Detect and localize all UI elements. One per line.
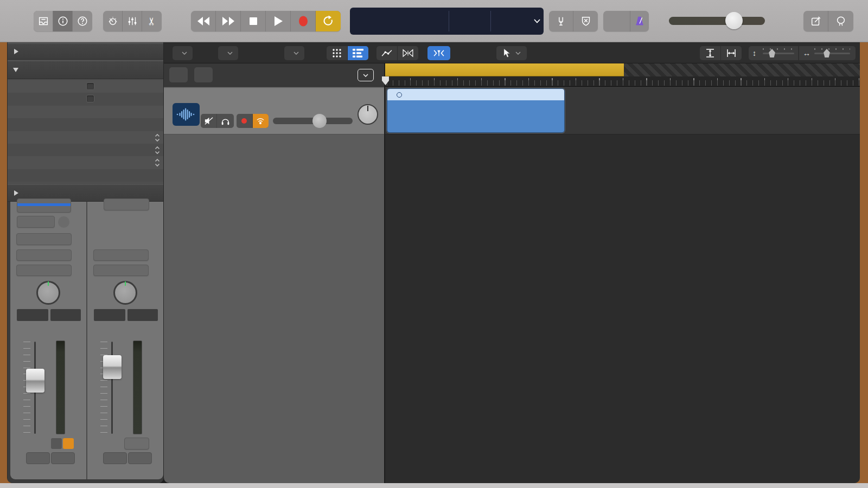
- forward-button[interactable]: [216, 11, 241, 31]
- channel-strip-output: [87, 202, 163, 479]
- stop-button[interactable]: [241, 11, 266, 31]
- group-button[interactable]: [16, 249, 72, 261]
- lcd-tempo-section: [449, 8, 490, 35]
- fast-forward-icon: [221, 16, 235, 26]
- channel-setting-button[interactable]: [104, 198, 149, 210]
- volume-fader[interactable]: [26, 369, 44, 393]
- vertical-zoom-thumb[interactable]: [768, 49, 776, 57]
- volume-value[interactable]: [94, 309, 125, 321]
- input-monitoring-button[interactable]: [253, 114, 269, 128]
- input-monitor-icon: [256, 117, 265, 125]
- inspector-button[interactable]: [53, 11, 73, 31]
- peak-value[interactable]: [127, 309, 158, 321]
- add-track-button[interactable]: [169, 67, 188, 82]
- channel-setting-button[interactable]: [17, 198, 71, 213]
- output-button[interactable]: [16, 233, 72, 245]
- note-pads-button[interactable]: [803, 11, 828, 31]
- vertical-zoom-slider[interactable]: [763, 53, 794, 54]
- tool-selector[interactable]: [496, 46, 527, 60]
- track-solo-button[interactable]: [217, 114, 233, 128]
- grid-view-button[interactable]: [327, 46, 347, 60]
- solo-off-button[interactable]: [573, 11, 598, 31]
- region-inspector-header[interactable]: [8, 61, 163, 79]
- horizontal-zoom-control: ↔: [799, 46, 856, 60]
- smart-controls-button[interactable]: [103, 11, 123, 31]
- edit-menu[interactable]: [173, 46, 193, 60]
- automation-button[interactable]: [376, 46, 397, 60]
- track-header-row[interactable]: [164, 88, 385, 134]
- mute-checkbox[interactable]: [86, 82, 94, 90]
- group-button[interactable]: [93, 249, 149, 261]
- snap-button[interactable]: [427, 46, 450, 60]
- cycle-button[interactable]: [316, 11, 341, 31]
- input-monitor-button[interactable]: [63, 438, 74, 449]
- solo-button[interactable]: [51, 452, 75, 464]
- transpose-stepper[interactable]: [155, 133, 160, 142]
- bar-ruler[interactable]: [385, 63, 860, 87]
- loop-browser-button[interactable]: [828, 11, 853, 31]
- quick-help-button[interactable]: [73, 11, 92, 31]
- region-waveform: [387, 100, 564, 132]
- track-solo-mode-button[interactable]: [194, 67, 213, 82]
- cycle-loop-icon: [322, 15, 335, 28]
- rewind-button[interactable]: [191, 11, 216, 31]
- record-enable-button[interactable]: [237, 114, 253, 128]
- sends-button[interactable]: [17, 216, 55, 228]
- audio-region[interactable]: [387, 88, 565, 133]
- lcd-menu-chevron-wrap[interactable]: [533, 8, 544, 35]
- horizontal-zoom-slider[interactable]: [814, 53, 850, 54]
- view-menu[interactable]: [284, 46, 304, 60]
- tuner-button[interactable]: [549, 11, 573, 31]
- record-ready-button[interactable]: [51, 438, 62, 449]
- volume-value[interactable]: [17, 309, 48, 321]
- lcd-display[interactable]: [350, 8, 544, 35]
- inspector-panel: [7, 42, 164, 483]
- track-volume-thumb[interactable]: [312, 114, 327, 128]
- help-icon: [76, 15, 88, 27]
- disclosure-right-icon: [14, 190, 18, 196]
- track-mute-button[interactable]: [201, 114, 217, 128]
- pan-knob[interactable]: [36, 281, 60, 305]
- solo-button[interactable]: [128, 452, 152, 464]
- volume-fader[interactable]: [103, 355, 122, 379]
- record-button[interactable]: [291, 11, 316, 31]
- functions-menu[interactable]: [218, 46, 238, 60]
- horizontal-zoom-thumb[interactable]: [823, 49, 831, 57]
- tracks-view-button[interactable]: [348, 46, 368, 60]
- play-button[interactable]: [266, 11, 291, 31]
- send-knob[interactable]: [58, 216, 69, 228]
- mute-button[interactable]: [26, 452, 50, 464]
- tuning-fork-icon: [555, 15, 567, 27]
- pan-knob[interactable]: [113, 281, 137, 305]
- peak-value[interactable]: [50, 309, 81, 321]
- flex-icon: [402, 49, 414, 57]
- track-icon[interactable]: [173, 103, 200, 126]
- count-in-button[interactable]: [603, 11, 630, 31]
- flex-stepper[interactable]: [155, 158, 160, 167]
- bounce-button[interactable]: [124, 438, 149, 450]
- param-row-loop: [8, 93, 164, 105]
- fine-tune-stepper[interactable]: [155, 146, 160, 155]
- master-volume-slider[interactable]: [669, 17, 765, 25]
- cycle-range[interactable]: [385, 63, 624, 76]
- region-loop-icon[interactable]: [397, 92, 402, 98]
- editors-button[interactable]: ✂: [142, 11, 162, 31]
- track-lanes[interactable]: [385, 87, 860, 483]
- track-pan-knob[interactable]: [358, 104, 378, 125]
- master-volume-thumb[interactable]: [725, 12, 743, 29]
- quick-help-header[interactable]: [8, 43, 163, 60]
- vertical-auto-zoom-button[interactable]: [700, 46, 720, 60]
- region-params: [8, 80, 164, 182]
- chevron-down-icon: [227, 52, 233, 55]
- automation-mode-button[interactable]: [16, 265, 72, 276]
- library-button[interactable]: [34, 11, 53, 31]
- mute-button[interactable]: [103, 452, 127, 464]
- mixer-button[interactable]: [123, 11, 142, 31]
- flex-button[interactable]: [398, 46, 418, 60]
- horizontal-auto-zoom-button[interactable]: [721, 46, 742, 60]
- metronome-button[interactable]: [630, 11, 649, 31]
- track-header-options-button[interactable]: [358, 69, 374, 81]
- region-header[interactable]: [387, 89, 564, 100]
- loop-checkbox[interactable]: [86, 95, 94, 102]
- automation-mode-button[interactable]: [93, 265, 149, 276]
